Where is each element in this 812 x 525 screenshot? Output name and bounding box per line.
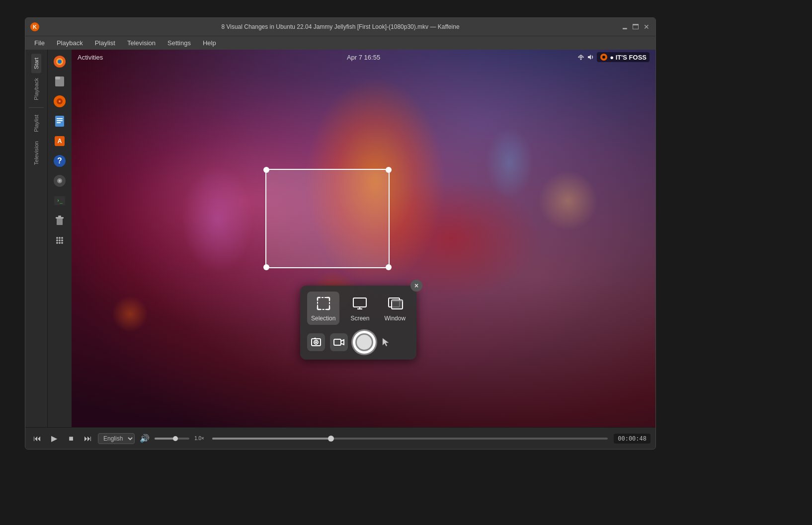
video-area[interactable]: Activities Apr 7 16:55 <box>72 50 655 427</box>
software-center-icon[interactable]: A <box>51 132 69 150</box>
sidebar-tab-playlist[interactable]: Playlist <box>31 111 41 136</box>
svg-point-30 <box>56 242 58 244</box>
volume-fill <box>155 438 175 440</box>
stop-button[interactable]: ■ <box>64 432 78 446</box>
left-sidebar: Start Playback Playlist Television <box>25 50 48 427</box>
screenshot-toolbar: × <box>300 286 416 360</box>
menu-playlist[interactable]: Playlist <box>90 38 120 48</box>
apps-icon[interactable] <box>51 231 69 249</box>
svg-point-24 <box>56 237 58 239</box>
skip-back-button[interactable]: ⏮ <box>30 432 44 446</box>
capture-modes: Selection Screen <box>307 292 409 325</box>
text-editor-icon[interactable] <box>51 112 69 130</box>
svg-rect-57 <box>334 339 341 345</box>
play-pause-button[interactable]: ▶ <box>47 432 61 446</box>
shutter-inner <box>355 333 373 351</box>
svg-rect-9 <box>57 118 63 119</box>
window-title: 8 Visual Changes in Ubuntu 22.04 Jammy J… <box>221 23 459 30</box>
menu-settings[interactable]: Settings <box>162 38 196 48</box>
menu-help[interactable]: Help <box>198 38 221 48</box>
mode-selection[interactable]: Selection <box>307 292 339 325</box>
svg-rect-4 <box>55 76 60 79</box>
screen-label: Screen <box>350 315 369 322</box>
svg-marker-59 <box>383 338 389 346</box>
terminal-icon[interactable]: ›_ <box>51 192 69 210</box>
sidebar-tab-television[interactable]: Television <box>31 137 41 169</box>
svg-point-32 <box>61 242 63 244</box>
selection-rectangle[interactable] <box>265 169 390 268</box>
svg-marker-34 <box>588 55 591 60</box>
svg-point-31 <box>59 242 61 244</box>
app-dock: A ? ›_ <box>48 50 72 427</box>
capture-shutter-button[interactable] <box>353 331 376 354</box>
toolbar-actions <box>307 330 409 354</box>
toolbar-close-button[interactable]: × <box>410 280 422 292</box>
system-tray: ● IT'S FOSS <box>577 52 650 62</box>
activities-label[interactable]: Activities <box>78 54 103 61</box>
sidebar-tab-start[interactable]: Start <box>31 54 41 73</box>
mode-screen[interactable]: Screen <box>346 292 373 325</box>
video-topbar: Activities Apr 7 16:55 <box>72 50 655 65</box>
handle-top-left[interactable] <box>263 167 269 173</box>
handle-bottom-right[interactable] <box>386 264 392 270</box>
svg-point-18 <box>59 180 61 182</box>
firefox-icon[interactable] <box>51 53 69 71</box>
svg-rect-52 <box>392 300 403 302</box>
playback-speed-button[interactable]: 1.0× <box>192 432 206 446</box>
svg-point-26 <box>61 237 63 239</box>
svg-point-29 <box>61 239 63 241</box>
volume-button[interactable]: 🔊 <box>138 432 152 446</box>
svg-marker-58 <box>341 340 344 345</box>
language-selector[interactable]: English <box>98 433 135 444</box>
svg-point-28 <box>59 239 61 241</box>
svg-point-25 <box>59 237 61 239</box>
skip-forward-button[interactable]: ⏭ <box>81 432 95 446</box>
sidebar-tab-playback[interactable]: Playback <box>31 74 41 104</box>
window-label: Window <box>384 315 406 322</box>
title-bar-left: K <box>30 22 39 31</box>
svg-rect-22 <box>56 217 64 219</box>
screen-mode-icon <box>351 295 369 312</box>
svg-point-2 <box>58 60 62 64</box>
title-bar: K 8 Visual Changes in Ubuntu 22.04 Jammy… <box>25 18 655 36</box>
svg-point-7 <box>59 100 61 102</box>
datetime-display: Apr 7 16:55 <box>347 54 380 61</box>
trash-icon[interactable] <box>51 212 69 229</box>
volume-slider[interactable] <box>155 438 189 440</box>
progress-fill <box>212 438 331 440</box>
svg-point-27 <box>56 239 58 241</box>
svg-text:?: ? <box>57 156 62 165</box>
rhythmbox-icon[interactable] <box>51 92 69 110</box>
svg-point-36 <box>602 56 605 59</box>
maximize-button[interactable]: 🗖 <box>632 23 640 31</box>
menu-playback[interactable]: Playback <box>52 38 88 48</box>
system-icon[interactable] <box>51 172 69 190</box>
screenshot-capture-button[interactable] <box>307 333 325 351</box>
progress-thumb[interactable] <box>328 436 334 442</box>
selection-label: Selection <box>311 315 335 322</box>
window-controls: 🗕 🗖 ✕ <box>621 23 650 31</box>
menu-television[interactable]: Television <box>122 38 161 48</box>
minimize-button[interactable]: 🗕 <box>621 23 629 31</box>
handle-top-right[interactable] <box>386 167 392 173</box>
itsfoss-logo: ● IT'S FOSS <box>597 52 650 62</box>
svg-point-55 <box>315 341 317 343</box>
close-button[interactable]: ✕ <box>643 23 650 31</box>
svg-rect-23 <box>58 216 61 217</box>
app-icon: K <box>30 22 39 31</box>
help-icon[interactable]: ? <box>51 152 69 170</box>
progress-bar[interactable] <box>212 438 608 440</box>
menu-file[interactable]: File <box>29 38 50 48</box>
timecode-display: 00:00:48 <box>614 434 650 444</box>
volume-thumb[interactable] <box>173 436 178 441</box>
sound-icon <box>587 53 595 61</box>
files-icon[interactable] <box>51 73 69 90</box>
control-bar: ⏮ ▶ ■ ⏭ English 🔊 1.0× 00:00:48 <box>25 427 655 449</box>
svg-rect-21 <box>57 218 63 225</box>
video-capture-button[interactable] <box>330 333 348 351</box>
handle-bottom-left[interactable] <box>263 264 269 270</box>
svg-rect-37 <box>318 298 329 309</box>
mode-window[interactable]: Window <box>380 292 409 325</box>
svg-point-33 <box>580 59 582 60</box>
svg-text:A: A <box>58 138 62 145</box>
